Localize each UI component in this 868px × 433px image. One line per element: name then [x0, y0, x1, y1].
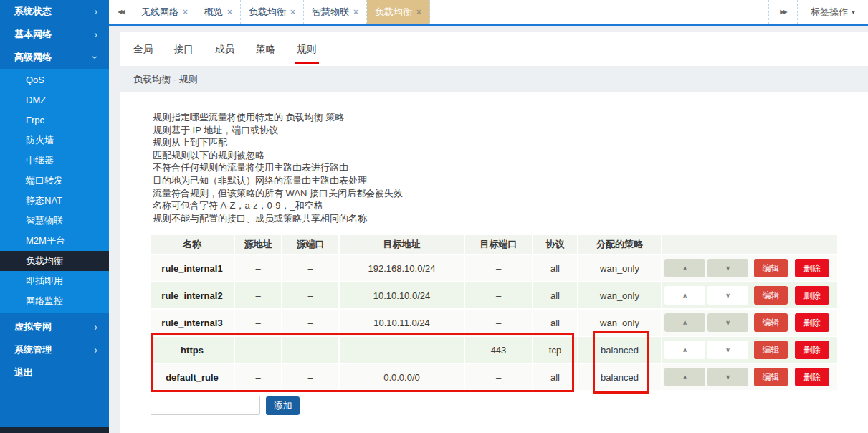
close-icon[interactable]: × [227, 7, 232, 17]
move-up-button[interactable]: ∧ [664, 313, 705, 332]
subtab[interactable]: 规则 [297, 32, 316, 66]
sidebar-subitem[interactable]: M2M平台 [0, 231, 109, 251]
cell-proto: all [533, 364, 578, 390]
tab-operations-dropdown[interactable]: 标签操作 ▾ [797, 0, 868, 24]
page-background: 全局接口成员策略规则 负载均衡 - 规则 规则指定哪些流量将使用特定的 负载均衡… [109, 26, 868, 433]
tab[interactable]: 负载均衡× [367, 0, 430, 24]
cell-src-addr: – [235, 364, 282, 390]
edit-button[interactable]: 编辑 [754, 368, 788, 386]
tab[interactable]: 负载均衡× [241, 0, 304, 24]
description-line: 规则从上到下匹配 [153, 136, 868, 149]
delete-button[interactable]: 删除 [795, 259, 829, 277]
add-button[interactable]: 添加 [266, 396, 300, 415]
tab[interactable]: 智慧物联× [304, 0, 367, 24]
move-down-button[interactable]: ∨ [707, 313, 748, 332]
move-down-button[interactable]: ∨ [707, 286, 748, 305]
sidebar-subitem[interactable]: 即插即用 [0, 271, 109, 291]
sidebar: 系统状态›基本网络›高级网络› QoSDMZFrpc防火墙中继器端口转发静态NA… [0, 0, 109, 433]
sidebar-item[interactable]: 系统状态› [0, 0, 109, 23]
edit-button[interactable]: 编辑 [754, 259, 788, 277]
sidebar-subitem[interactable]: QoS [0, 70, 109, 90]
cell-proto: all [533, 255, 578, 281]
sidebar-subitem[interactable]: 中继器 [0, 151, 109, 171]
close-icon[interactable]: × [416, 7, 421, 17]
cell-name: https [151, 337, 235, 363]
sidebar-item[interactable]: 退出 [0, 361, 109, 384]
cell-dst-addr: 0.0.0.0/0 [340, 364, 465, 390]
column-header: 名称 [151, 235, 235, 254]
close-icon[interactable]: × [183, 7, 188, 17]
sidebar-item[interactable]: 虚拟专网› [0, 315, 109, 338]
tab-list: 无线网络×概览×负载均衡×智慧物联×负载均衡× [133, 0, 430, 24]
tab[interactable]: 无线网络× [133, 0, 196, 24]
move-down-button[interactable]: ∨ [707, 259, 748, 277]
move-up-button[interactable]: ∧ [664, 341, 705, 359]
sidebar-item-label: 系统状态 [14, 5, 52, 18]
cell-src-port: – [282, 364, 340, 390]
subtab[interactable]: 成员 [215, 32, 234, 66]
sidebar-item[interactable]: 系统管理› [0, 338, 109, 361]
sidebar-subitem[interactable]: 端口转发 [0, 171, 109, 191]
edit-button[interactable]: 编辑 [754, 313, 788, 332]
column-header: 目标地址 [340, 235, 465, 254]
sidebar-subitem[interactable]: 智慧物联 [0, 211, 109, 231]
move-up-button[interactable]: ∧ [664, 286, 705, 305]
chevron-right-icon: › [94, 344, 97, 356]
delete-button[interactable]: 删除 [795, 341, 829, 359]
description-line: 规则基于 IP 地址，端口或协议 [153, 124, 868, 137]
row-actions: ∧∨编辑删除 [662, 368, 837, 386]
cell-dst-port: – [465, 255, 533, 281]
sidebar-subitem[interactable]: 静态NAT [0, 191, 109, 211]
close-icon[interactable]: × [290, 7, 295, 17]
subtab-list: 全局接口成员策略规则 [120, 32, 868, 66]
sidebar-item[interactable]: 基本网络› [0, 23, 109, 46]
table-row: default_rule––0.0.0.0/0–allbalanced∧∨编辑删… [151, 364, 837, 391]
delete-button[interactable]: 删除 [795, 286, 829, 305]
sidebar-subitem[interactable]: 网络监控 [0, 291, 109, 311]
sidebar-item-label: 基本网络 [14, 28, 52, 41]
cell-dst-port: – [465, 310, 533, 336]
row-actions: ∧∨编辑删除 [662, 341, 837, 359]
delete-button[interactable]: 删除 [795, 313, 829, 332]
cell-policy: balanced [578, 337, 662, 363]
chevron-right-icon: › [94, 29, 97, 40]
description-line: 匹配规则以下的规则被忽略 [153, 149, 868, 162]
sidebar-subitem[interactable]: Frpc [0, 110, 109, 130]
sidebar-top-items: 系统状态›基本网络›高级网络› [0, 0, 109, 69]
edit-button[interactable]: 编辑 [754, 341, 788, 359]
cell-src-port: – [282, 310, 340, 336]
delete-button[interactable]: 删除 [795, 368, 829, 386]
sidebar-subitem[interactable]: 负载均衡 [0, 251, 109, 271]
cell-name: rule_internal1 [151, 255, 235, 281]
tab[interactable]: 概览× [196, 0, 241, 24]
cell-proto: tcp [533, 337, 578, 363]
sidebar-item[interactable]: 高级网络› [0, 46, 109, 69]
sidebar-subitem[interactable]: 防火墙 [0, 130, 109, 151]
subtab[interactable]: 全局 [133, 32, 153, 66]
close-icon[interactable]: × [353, 7, 358, 17]
move-up-button[interactable]: ∧ [664, 368, 705, 386]
edit-button[interactable]: 编辑 [754, 286, 788, 305]
tab-label: 无线网络 [141, 6, 178, 19]
tab-operations-label: 标签操作 [811, 6, 848, 19]
sidebar-subitem[interactable]: DMZ [0, 90, 109, 110]
cell-src-addr: – [235, 337, 282, 363]
table-row: rule_internal3––10.10.11.0/24–allwan_onl… [151, 310, 837, 337]
cell-src-addr: – [235, 282, 282, 308]
scroll-tabs-right-icon[interactable]: ▶▶ [768, 0, 797, 24]
move-down-button[interactable]: ∨ [707, 368, 748, 386]
row-actions: ∧∨编辑删除 [662, 259, 837, 277]
new-rule-name-input[interactable] [151, 396, 260, 415]
add-rule-row: 添加 [151, 396, 868, 415]
sidebar-submenu: QoSDMZFrpc防火墙中继器端口转发静态NAT智慧物联M2M平台负载均衡即插… [0, 69, 109, 313]
main-area: ◀◀ 无线网络×概览×负载均衡×智慧物联×负载均衡× ▶▶ 标签操作 ▾ 全局接… [109, 0, 868, 433]
cell-src-port: – [282, 337, 340, 363]
column-header: 源端口 [282, 235, 340, 254]
subtab[interactable]: 接口 [174, 32, 194, 66]
scroll-tabs-left-icon[interactable]: ◀◀ [109, 0, 133, 24]
cell-name: rule_internal3 [151, 310, 235, 336]
move-up-button[interactable]: ∧ [664, 259, 705, 277]
subtab[interactable]: 策略 [256, 32, 275, 66]
move-down-button[interactable]: ∨ [707, 341, 748, 359]
tab-label: 智慧物联 [312, 6, 349, 19]
